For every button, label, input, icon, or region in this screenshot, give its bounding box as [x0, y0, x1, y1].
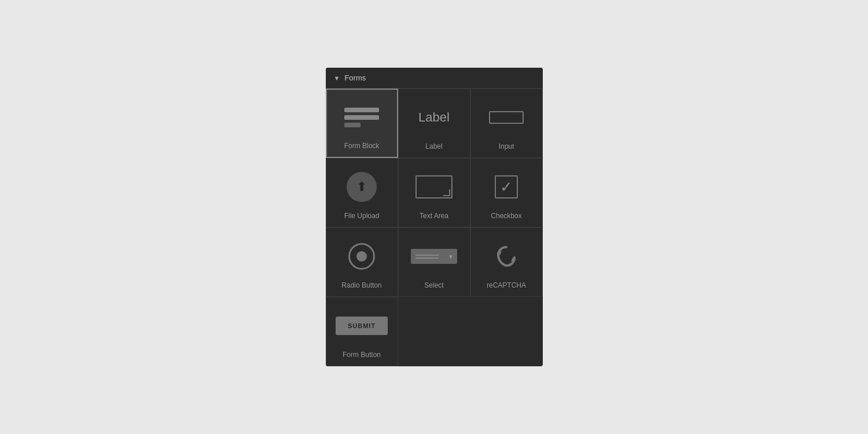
select-lines [411, 255, 448, 259]
label-item-label: Label [425, 142, 442, 150]
label-icon-container: Label [403, 97, 465, 138]
checkbox-box-icon: ✓ [495, 175, 518, 198]
label-text-icon: Label [418, 110, 450, 125]
collapse-arrow-icon[interactable]: ▼ [334, 75, 340, 82]
recaptcha-icon-container [476, 236, 538, 277]
select-line-1 [415, 255, 439, 256]
text-area-icon-container [403, 167, 465, 207]
form-block-bar-3 [344, 123, 361, 127]
grid-item-input[interactable]: Input [470, 89, 543, 158]
submit-button-icon: SUBMIT [336, 317, 388, 335]
form-button-label: Form Button [343, 351, 381, 359]
select-line-2 [415, 258, 439, 259]
form-block-label: Form Block [344, 142, 380, 150]
input-item-label: Input [499, 142, 514, 150]
form-block-icon-container [332, 98, 392, 137]
select-chevron-icon: ▼ [448, 253, 454, 260]
form-block-bar-2 [344, 115, 379, 120]
grid-item-form-button[interactable]: SUBMIT Form Button [326, 297, 398, 366]
radio-circle-icon [348, 243, 375, 270]
panel-header: ▼ Forms [326, 68, 543, 89]
checkbox-icon-container: ✓ [476, 167, 538, 207]
checkbox-check-icon: ✓ [500, 179, 513, 194]
upload-arrow-icon: ⬆ [356, 181, 367, 193]
select-icon-container: ▼ [403, 236, 465, 277]
radio-inner-dot [356, 251, 367, 262]
file-upload-icon-container: ⬆ [331, 167, 393, 207]
file-upload-label: File Upload [344, 212, 380, 220]
form-button-icon-container: SUBMIT [331, 306, 393, 346]
grid-item-radio-button[interactable]: Radio Button [326, 227, 398, 297]
radio-button-label: Radio Button [341, 281, 381, 289]
input-icon-container [476, 97, 538, 138]
grid-item-recaptcha[interactable]: reCAPTCHA [470, 227, 543, 297]
recaptcha-label: reCAPTCHA [487, 281, 526, 289]
grid-item-text-area[interactable]: Text Area [398, 158, 470, 227]
grid-item-label[interactable]: Label Label [398, 89, 470, 158]
form-block-icon [344, 108, 379, 127]
select-label: Select [424, 281, 443, 289]
text-area-label: Text Area [420, 212, 448, 220]
grid-item-select[interactable]: ▼ Select [398, 227, 470, 297]
upload-cloud-icon: ⬆ [347, 172, 377, 202]
radio-button-icon-container [331, 236, 393, 277]
recaptcha-refresh-icon [492, 242, 521, 271]
recaptcha-svg [492, 242, 520, 270]
grid-item-checkbox[interactable]: ✓ Checkbox [470, 158, 543, 227]
panel-title: Forms [344, 73, 366, 82]
submit-button-text: SUBMIT [348, 322, 376, 329]
grid-item-file-upload[interactable]: ⬆ File Upload [326, 158, 398, 227]
grid-item-form-block[interactable]: Form Block [326, 89, 398, 158]
select-dropdown-icon: ▼ [411, 249, 457, 264]
textarea-box-icon [415, 175, 453, 198]
form-block-bar-1 [344, 108, 379, 112]
forms-panel: ▼ Forms Form Block Label Label [326, 68, 543, 366]
input-box-icon [489, 111, 524, 124]
items-grid: Form Block Label Label Input ⬆ File Uplo… [326, 89, 543, 366]
checkbox-label: Checkbox [491, 212, 521, 220]
